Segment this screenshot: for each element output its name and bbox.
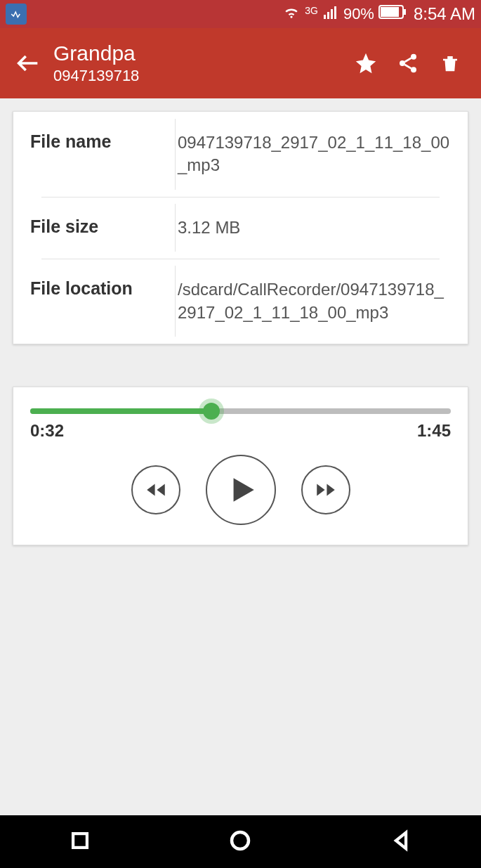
seek-bar-fill	[30, 408, 211, 414]
content-area: File name 0947139718_2917_02_1_11_18_00_…	[0, 98, 481, 815]
clock-label: 8:54 AM	[414, 4, 475, 24]
info-row-file-size: File size 3.12 MB	[13, 197, 468, 259]
info-label: File name	[30, 131, 164, 177]
svg-point-8	[400, 60, 405, 66]
info-row-file-name: File name 0947139718_2917_02_1_11_18_00_…	[13, 112, 468, 197]
svg-rect-3	[334, 6, 336, 19]
fast-forward-button[interactable]	[301, 465, 350, 514]
app-bar: Grandpa 0947139718	[0, 28, 481, 98]
share-button[interactable]	[388, 44, 428, 83]
svg-rect-6	[381, 7, 399, 17]
svg-point-7	[411, 54, 416, 60]
info-value: /sdcard/CallRecorder/0947139718_2917_02_…	[164, 278, 451, 324]
svg-point-9	[411, 67, 416, 72]
info-row-file-location: File location /sdcard/CallRecorder/09471…	[13, 259, 468, 344]
svg-rect-10	[73, 834, 87, 848]
delete-button[interactable]	[430, 44, 470, 83]
nav-home-button[interactable]	[228, 828, 253, 856]
svg-rect-1	[327, 12, 329, 19]
network-type-label: 3G	[305, 5, 318, 16]
rewind-button[interactable]	[131, 465, 180, 514]
status-bar: 3G 90% 8:54 AM	[0, 0, 481, 28]
svg-point-11	[232, 832, 249, 849]
player-card: 0:32 1:45	[13, 387, 468, 545]
svg-rect-0	[324, 15, 326, 19]
elapsed-time-label: 0:32	[30, 421, 64, 441]
file-info-card: File name 0947139718_2917_02_1_11_18_00_…	[13, 111, 468, 344]
battery-percent-label: 90%	[343, 5, 374, 23]
battery-icon	[378, 5, 407, 23]
wifi-icon	[282, 3, 301, 25]
page-subtitle: 0947139718	[53, 67, 139, 85]
favorite-button[interactable]	[346, 44, 386, 83]
page-title: Grandpa	[53, 41, 139, 65]
play-button[interactable]	[206, 455, 276, 525]
svg-rect-5	[404, 9, 406, 15]
seek-bar[interactable]	[30, 408, 451, 414]
info-value: 3.12 MB	[164, 216, 451, 239]
info-label: File size	[30, 216, 164, 239]
seek-bar-thumb[interactable]	[203, 403, 220, 420]
signal-icon	[322, 4, 339, 25]
info-label: File location	[30, 278, 164, 324]
svg-rect-2	[331, 9, 333, 19]
system-nav-bar	[0, 815, 481, 868]
duration-label: 1:45	[417, 421, 451, 441]
info-value: 0947139718_2917_02_1_11_18_00_mp3	[164, 131, 451, 177]
back-button[interactable]	[11, 46, 45, 80]
notification-app-icon	[6, 4, 27, 25]
nav-recent-button[interactable]	[68, 829, 92, 855]
nav-back-button[interactable]	[389, 829, 413, 855]
